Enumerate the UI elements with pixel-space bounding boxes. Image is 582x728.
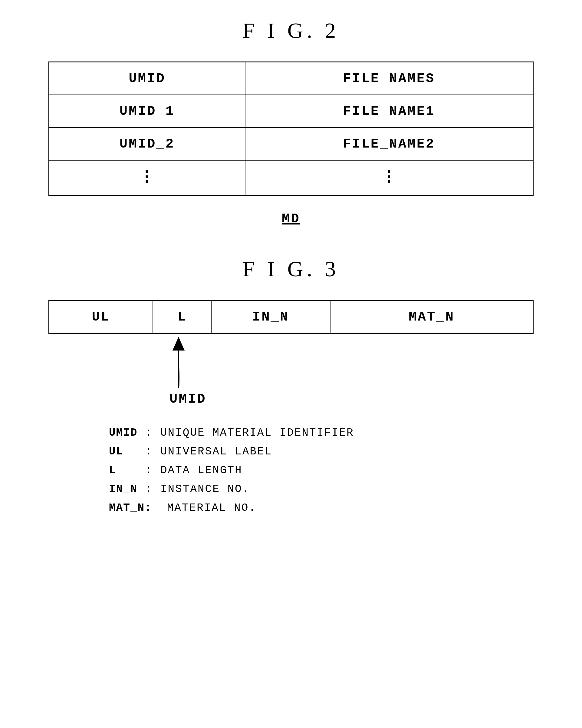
fig2-title: F I G. 2: [24, 18, 558, 43]
legend-key-matn: MAT_N:: [109, 500, 152, 516]
legend-value-matn: MATERIAL NO.: [167, 500, 256, 516]
fig3-legend: UMID : UNIQUE MATERIAL IDENTIFIER UL : U…: [109, 425, 558, 516]
fig3-section: F I G. 3 UL L IN_N MAT_N: [24, 257, 558, 516]
arrow-container: [24, 334, 558, 394]
legend-colon-umid: :: [145, 425, 160, 441]
legend-colon-inn: :: [145, 481, 160, 497]
md-label: MD: [24, 211, 558, 226]
legend-value-umid: UNIQUE MATERIAL IDENTIFIER: [160, 425, 354, 441]
umid-arrow-label: UMID: [169, 391, 206, 407]
legend-key-inn: IN_N: [109, 481, 145, 497]
legend-value-ul: UNIVERSAL LABEL: [160, 444, 272, 460]
legend-key-umid: UMID: [109, 425, 145, 441]
legend-colon-ul: :: [145, 444, 160, 460]
fig3-col-l: L: [153, 301, 212, 333]
fig3-col-inn: IN_N: [212, 301, 331, 333]
legend-row-ul: UL : UNIVERSAL LABEL: [109, 444, 558, 460]
table-row-2: UMID_2 FILE_NAME2: [49, 128, 533, 161]
legend-colon-matn: [152, 500, 167, 516]
col-umid-header: UMID: [49, 62, 245, 95]
cell-ellipsis-right: ⋮: [245, 161, 533, 195]
legend-row-matn: MAT_N: MATERIAL NO.: [109, 500, 558, 516]
page-content: F I G. 2 UMID FILE NAMES UMID_1 FILE_NAM…: [24, 18, 558, 516]
fig3-table: UL L IN_N MAT_N: [49, 300, 533, 334]
table-row-1: UMID_1 FILE_NAME1: [49, 95, 533, 128]
cell-filename1: FILE_NAME1: [245, 95, 533, 127]
legend-row-inn: IN_N : INSTANCE NO.: [109, 481, 558, 497]
cell-umid2: UMID_2: [49, 128, 245, 160]
cell-umid1: UMID_1: [49, 95, 245, 127]
fig3-header-row: UL L IN_N MAT_N: [49, 301, 533, 333]
legend-key-l: L: [109, 462, 145, 479]
legend-key-ul: UL: [109, 444, 145, 460]
legend-row-l: L : DATA LENGTH: [109, 462, 558, 479]
legend-value-l: DATA LENGTH: [160, 462, 243, 479]
legend-colon-l: :: [145, 462, 160, 479]
fig3-title: F I G. 3: [24, 257, 558, 282]
fig3-col-matn: MAT_N: [331, 301, 533, 333]
umid-arrow: [169, 334, 188, 394]
fig3-col-ul: UL: [49, 301, 153, 333]
legend-value-inn: INSTANCE NO.: [160, 481, 250, 497]
col-filenames-header: FILE NAMES: [245, 62, 533, 95]
cell-ellipsis-left: ⋮: [49, 161, 245, 195]
table-row-ellipsis: ⋮ ⋮: [49, 161, 533, 195]
svg-marker-0: [172, 337, 185, 350]
fig2-table: UMID FILE NAMES UMID_1 FILE_NAME1 UMID_2: [49, 61, 533, 196]
legend-row-umid: UMID : UNIQUE MATERIAL IDENTIFIER: [109, 425, 558, 441]
cell-filename2: FILE_NAME2: [245, 128, 533, 160]
fig2-section: F I G. 2 UMID FILE NAMES UMID_1 FILE_NAM…: [24, 18, 558, 226]
table-header-row: UMID FILE NAMES: [49, 62, 533, 95]
